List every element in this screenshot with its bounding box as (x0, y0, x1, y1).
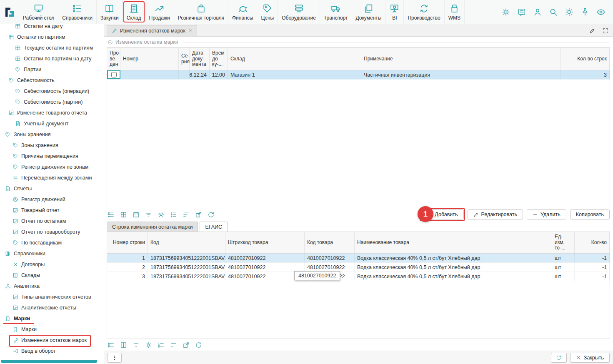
sort-list-icon[interactable] (170, 342, 177, 349)
numbered-list-icon[interactable] (158, 342, 165, 349)
sidebar-item[interactable]: Зоны хранения (0, 129, 104, 140)
sidebar-item[interactable]: Аналитика (0, 281, 104, 292)
close-button[interactable]: Закрыть (570, 353, 610, 363)
column-header[interactable]: Код товара (305, 232, 355, 253)
grid-view-icon[interactable] (120, 211, 127, 218)
column-header[interactable]: Склад (228, 48, 361, 70)
sidebar-item[interactable]: Себестоимость (партии) (0, 97, 104, 107)
top-menu-item[interactable]: Розничная торговля (174, 0, 228, 24)
top-menu-item[interactable]: Рабочий стол (19, 0, 58, 24)
sidebar-item[interactable]: Аналитические отчеты (0, 302, 104, 313)
sidebar-item[interactable]: Марки (0, 324, 104, 335)
row-checkbox[interactable] (111, 72, 117, 77)
copy-button[interactable]: Копировать (570, 209, 610, 219)
sort-list-icon[interactable] (183, 211, 190, 218)
more-actions-button[interactable] (108, 353, 122, 363)
column-header[interactable]: Про- ве- ден (107, 48, 120, 70)
sidebar-item[interactable]: Остатки по партиям на дату (0, 53, 104, 64)
user-icon[interactable] (530, 5, 545, 19)
top-menu-item[interactable]: Оборудование (278, 0, 320, 24)
sidebar-item[interactable]: Отчет по остаткам (0, 216, 104, 227)
top-menu-item[interactable]: Склад (123, 0, 145, 24)
numbered-list-icon[interactable] (170, 211, 177, 218)
sidebar-item[interactable]: Причины перемещения (0, 151, 104, 162)
sidebar-item[interactable]: Изменение товарного отчета (0, 107, 104, 118)
fullscreen-icon[interactable] (602, 27, 609, 34)
sidebar-item[interactable]: Учетный документ (0, 118, 104, 129)
sidebar-item[interactable]: Текущие остатки по партиям (0, 42, 104, 53)
settings-gear-icon[interactable] (158, 211, 165, 218)
column-header[interactable]: Ед. изм. то-... (552, 232, 575, 253)
top-menu-item[interactable]: Транспорт (320, 0, 352, 24)
theme-icon[interactable] (561, 5, 577, 19)
sidebar-item[interactable]: Изменения остатков марок (0, 335, 104, 346)
column-header[interactable]: Штрихкод товара (225, 232, 305, 253)
export-icon[interactable] (195, 211, 202, 218)
filter-icon[interactable] (133, 342, 140, 349)
sidebar-item[interactable]: Себестоимость (операции) (0, 86, 104, 97)
delete-button[interactable]: Удалить (527, 209, 566, 219)
sidebar-item[interactable]: Ввод в оборот (0, 346, 104, 357)
notes-icon[interactable] (514, 5, 530, 19)
reload-icon[interactable] (208, 211, 215, 218)
top-menu-item[interactable]: Цены (257, 0, 278, 24)
grid-view-icon[interactable] (120, 342, 127, 349)
sidebar-item[interactable]: Договоры (0, 259, 104, 270)
table-view-icon[interactable] (108, 342, 115, 349)
subtab-lines[interactable]: Строка изменения остатка марки (107, 222, 198, 232)
column-header[interactable]: Се- рия (179, 48, 190, 70)
app-logo[interactable] (0, 0, 19, 24)
edit-pencil-icon[interactable] (589, 27, 595, 34)
sidebar-item[interactable]: Зоны хранения (0, 140, 104, 151)
pin-icon[interactable] (577, 5, 593, 19)
sidebar-item[interactable]: Регистр движения по зонам (0, 162, 104, 172)
calendar-icon[interactable] (133, 211, 140, 218)
column-header[interactable]: Примечание (361, 48, 560, 70)
sidebar-horizontal-scrollbar[interactable] (1, 360, 97, 363)
top-menu-item[interactable]: Закупки (97, 0, 123, 24)
table-row[interactable]: 1 187317569934051222001SBAV... 481002701… (107, 254, 610, 263)
sidebar-item[interactable]: Перемещения между зонами (0, 172, 104, 183)
column-header[interactable]: Дата доку- мента (190, 48, 210, 70)
eye-icon[interactable] (593, 5, 609, 19)
collapsible-group-header[interactable]: Изменение остатка марки (104, 37, 613, 47)
column-header[interactable]: Код (148, 232, 225, 253)
table-view-icon[interactable] (108, 211, 115, 218)
top-menu-item[interactable]: Продажи (145, 0, 174, 24)
sidebar-item[interactable]: Марки (0, 313, 104, 324)
sidebar-item[interactable]: По поставщикам (0, 237, 104, 248)
top-menu-item[interactable]: WMS (445, 0, 465, 24)
tab-mark-changes[interactable]: Изменения остатков марок (107, 25, 197, 36)
top-menu-item[interactable]: Документы (352, 0, 386, 24)
sidebar-item[interactable]: Отчеты (0, 183, 104, 194)
close-x-icon[interactable] (188, 29, 193, 33)
top-menu-item[interactable]: Производство (404, 0, 444, 24)
edit-button[interactable]: Редактировать (468, 209, 523, 219)
document-row[interactable]: 06.12.24 12:00 Магазин 1 Частичная инвен… (107, 70, 610, 80)
filter-icon[interactable] (145, 211, 152, 218)
sidebar-item[interactable]: Товарный отчет (0, 205, 104, 216)
sidebar-item[interactable]: Партии (0, 64, 104, 75)
reload-icon[interactable] (195, 342, 202, 349)
column-header[interactable]: Номер (120, 48, 179, 70)
sidebar-item[interactable]: Типы аналитических отчетов (0, 292, 104, 302)
sidebar-item[interactable]: Себестоимость (0, 75, 104, 86)
table-row[interactable]: 2 187317569934051222001SBAV... 481002701… (107, 263, 610, 272)
sidebar-item[interactable]: Остатки на дату (0, 24, 104, 32)
table-row[interactable]: 3 187317569934051222001SBAV... 481002701… (107, 272, 610, 281)
sidebar-item[interactable]: Регистр движений (0, 194, 104, 205)
search-icon[interactable] (545, 5, 561, 19)
top-menu-item[interactable]: BI (385, 0, 404, 24)
column-header[interactable]: Номер строки (107, 232, 148, 253)
sidebar-item[interactable]: Склады (0, 270, 104, 281)
sidebar-item[interactable]: Отчет по товарообороту (0, 227, 104, 237)
settings-gear-icon[interactable] (145, 342, 152, 349)
column-header[interactable]: Кол-во (575, 232, 610, 253)
sidebar-item[interactable]: Остатки по партиям (0, 32, 104, 42)
column-header[interactable]: Кол-во строк (560, 48, 610, 70)
sidebar-item[interactable]: Справочники (0, 248, 104, 259)
refresh-button[interactable] (551, 353, 567, 363)
settings-gear-icon[interactable] (498, 5, 514, 19)
subtab-egais[interactable]: ЕГАИС (200, 222, 228, 232)
column-header[interactable]: Наименование товара (355, 232, 552, 253)
